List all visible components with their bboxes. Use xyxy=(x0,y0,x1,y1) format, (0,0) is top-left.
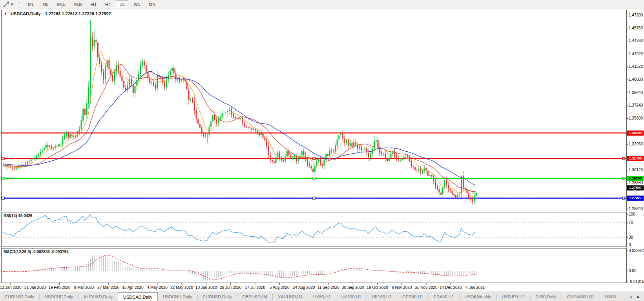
date-axis-label: 22 May 2020 xyxy=(170,285,193,290)
chart-tab-eurusd-daily[interactable]: EURUSD,Daily xyxy=(198,292,237,301)
chart-tab-eurusd-daily[interactable]: EURUSD,Daily xyxy=(0,292,39,301)
tab-scroll-arrows: ◄► xyxy=(627,292,644,301)
chart-tab-china300-h1[interactable]: CHINA300,H1 xyxy=(562,292,600,301)
date-axis-label: 10 Jun 2020 xyxy=(195,285,217,290)
macd-tick-label: 0.032972 xyxy=(629,248,644,253)
timeframe-button-m5[interactable]: M5 xyxy=(39,0,52,8)
macd-indicator-panel[interactable] xyxy=(1,248,627,283)
price-tick-label: 1.41520 xyxy=(629,64,643,69)
date-axis-label: 24 Aug 2020 xyxy=(293,285,315,290)
timeframe-toolbar: ▼ M1M5M15M30H1H4D1W1MN xyxy=(0,0,644,9)
chart-tab-dj30-daily[interactable]: DJ30,Daily xyxy=(531,292,562,301)
price-tick-label: 1.37240 xyxy=(629,103,643,107)
macd-label: MACD(12,26,9) -0.002893 -0.003794 xyxy=(4,250,69,254)
timeframe-button-mn[interactable]: MN xyxy=(145,0,159,8)
date-axis-label: 5 Aug 2020 xyxy=(270,285,290,290)
chart-tab-usdjpy-h1[interactable]: USDJPY,H1 xyxy=(497,292,530,301)
date-axis-label: 30 Sep 2020 xyxy=(342,285,364,290)
date-axis-label: 4 Jan 2021 xyxy=(465,285,485,290)
current-price-badge: 1.27597 xyxy=(627,185,644,190)
rsi-tick-label: 100 xyxy=(629,212,635,216)
chart-title: ▼ USDCAD,Daily 1.27283 1.27612 1.27228 1… xyxy=(4,11,111,16)
price-tick-label: 1.25840 xyxy=(629,207,643,211)
date-axis-label: 4 May 2020 xyxy=(147,285,168,290)
macd-tick-label: -0.018154 xyxy=(629,279,644,284)
chart-tab-ger30-h1[interactable]: GER30,H1 xyxy=(397,292,428,301)
chart-tab-uk100-h1[interactable]: UK100,H1 xyxy=(367,292,397,301)
date-axis-label: 29 Jun 2020 xyxy=(220,285,241,290)
tab-scroll-right-arrow[interactable]: ► xyxy=(635,295,642,299)
chart-tab-usdchf-daily[interactable]: USDCHF,Daily xyxy=(40,292,78,301)
draw-tool-button[interactable] xyxy=(2,1,10,8)
hline-price-badge: 1.34206 xyxy=(627,131,644,136)
main-price-chart[interactable] xyxy=(1,10,627,211)
hline-price-badge: 1.29208 xyxy=(627,176,644,181)
rsi-tick-label: 30 xyxy=(629,235,633,239)
timeframe-button-m1[interactable]: M1 xyxy=(24,0,37,8)
date-axis-label: 17 Jul 2020 xyxy=(245,285,265,290)
trading-platform-window: ▼ M1M5M15M30H1H4D1W1MN ▼ USDCAD,Daily 1.… xyxy=(0,0,644,301)
date-axis-label: 15 Apr 2020 xyxy=(122,285,144,290)
date-axis-label: 19 Oct 2020 xyxy=(367,285,388,290)
chart-tab-usoil-weekly[interactable]: USOil,Weekly xyxy=(460,292,496,301)
timeframe-button-d1[interactable]: D1 xyxy=(116,0,128,8)
date-axis-label: 31 Jan 2020 xyxy=(24,285,46,290)
tab-scroll-left-arrow[interactable]: ◄ xyxy=(627,295,635,299)
hline-price-badge: 1.31405 xyxy=(627,156,644,161)
date-axis-label: 14 Dec 2020 xyxy=(440,285,462,290)
chart-tab-xauusd-h4[interactable]: XAUUSD,H4 xyxy=(273,292,308,301)
price-tick-label: 1.40080 xyxy=(629,77,643,82)
rsi-indicator-panel[interactable] xyxy=(1,212,627,247)
price-tick-label: 1.32960 xyxy=(629,142,643,146)
chart-tab-audusd-daily[interactable]: AUDUSD,Daily xyxy=(78,292,118,301)
timeframe-button-h1[interactable]: H1 xyxy=(88,0,100,8)
rsi-label: RSI(14) 49.0426 xyxy=(4,214,32,218)
date-axis-label: 25 Nov 2020 xyxy=(415,285,438,290)
price-tick-label: 1.35800 xyxy=(629,116,643,120)
chart-tab-usoil-[interactable]: USOil, xyxy=(600,292,623,301)
timeframe-button-m30[interactable]: M30 xyxy=(71,0,86,8)
crosshair-line-icon xyxy=(3,1,9,7)
price-tick-label: 1.45760 xyxy=(629,26,643,30)
rsi-tick-label: 0 xyxy=(629,243,631,247)
date-axis-label: 9 Mar 2020 xyxy=(74,285,94,290)
price-tick-label: 1.44360 xyxy=(629,38,643,43)
price-tick-label: 1.42920 xyxy=(629,52,643,56)
price-tick-label: 1.47200 xyxy=(629,13,643,17)
price-tick-label: 1.30120 xyxy=(629,168,643,172)
chart-tab-hk50-h1[interactable]: HK50,H1 xyxy=(308,292,336,301)
date-axis-label: 27 Mar 2020 xyxy=(97,285,119,290)
chart-tab-gbpusd-h4[interactable]: GBPUSD,H4 xyxy=(237,292,273,301)
draw-tool-dropdown-caret[interactable]: ▼ xyxy=(10,2,14,6)
date-axis-label: 11 Sep 2020 xyxy=(317,285,339,290)
chart-tab-fra40-h1[interactable]: FRA40,H1 xyxy=(429,292,459,301)
date-axis-label: 19 Feb 2020 xyxy=(49,285,71,290)
price-tick-label: 1.38640 xyxy=(629,91,643,95)
rsi-tick-label: 70 xyxy=(629,220,633,225)
macd-tick-label: 0.00 xyxy=(629,268,636,273)
date-axis-label: 13 Jan 2020 xyxy=(0,285,22,290)
chart-tab-uk100-h1[interactable]: UK100,H1 xyxy=(336,292,367,301)
toolbar-grip xyxy=(18,2,20,7)
chart-tab-bar: EURUSD,DailyUSDCHF,DailyAUDUSD,DailyUSDC… xyxy=(0,292,644,301)
chart-tab-usdcad-daily[interactable]: USDCAD,Daily xyxy=(118,292,158,301)
timeframe-buttons: M1M5M15M30H1H4D1W1MN xyxy=(24,0,160,8)
timeframe-button-m15[interactable]: M15 xyxy=(53,0,69,8)
price-axis[interactable] xyxy=(627,10,644,283)
timeframe-button-w1[interactable]: W1 xyxy=(130,0,144,8)
chart-symbol-label: USDCAD,Daily xyxy=(11,11,40,16)
collapse-indicator-icon[interactable]: ▼ xyxy=(4,12,7,16)
timeframe-button-h4[interactable]: H4 xyxy=(102,0,114,8)
hline-price-badge: 1.27027 xyxy=(627,196,644,201)
chart-ohlc-values: 1.27283 1.27612 1.27228 1.27597 xyxy=(45,11,111,16)
date-axis-label: 6 Nov 2020 xyxy=(392,285,412,290)
price-tick-label: 1.28680 xyxy=(629,181,643,185)
chart-tab-usdcnh-daily[interactable]: USDCNH,Daily xyxy=(158,292,197,301)
